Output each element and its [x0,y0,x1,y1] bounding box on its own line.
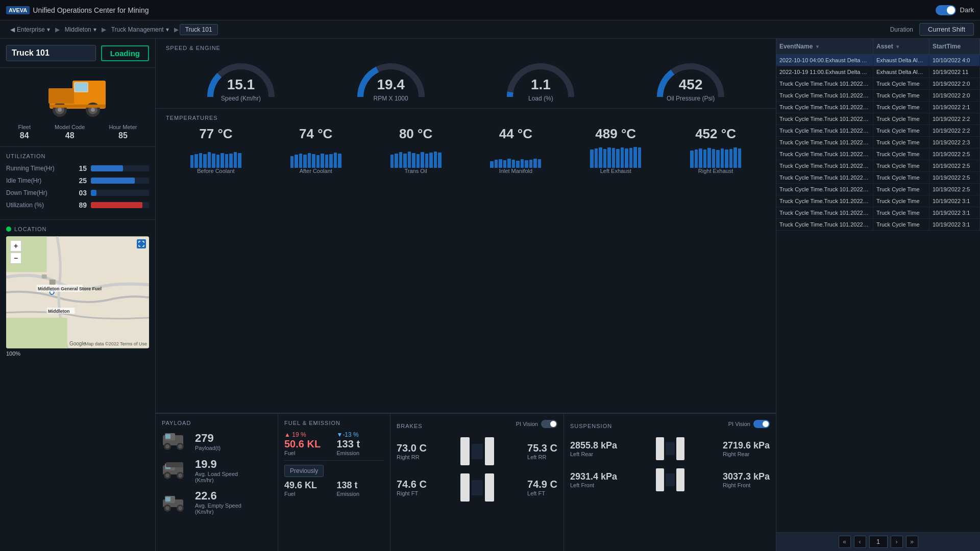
event-row[interactable]: Truck Cycle Time.Truck 101.2022-10-19 14… [776,184,980,195]
event-table-header: EventName ▼ Asset ▼ StartTime [776,39,980,55]
payload-info-2: 22.6 Avg. Empty Speed(Km/hr) [195,489,272,515]
svg-rect-14 [6,318,67,348]
oil-pressure-value: 452 [679,77,703,93]
sidebar: Truck 101 Loading [0,39,156,551]
map-data-label: Map data ©2022 Terms of Use [85,341,147,346]
event-start-cell: 10/19/2022 3:1 [929,219,980,230]
svg-rect-38 [165,497,170,502]
fuel-section: FUEL & EMISSION ▲ 19 % 50.6 KL Fuel ▼-13… [278,414,390,551]
loading-button[interactable]: Loading [101,45,149,61]
running-time-bar-bg [91,165,149,171]
header-right: Dark [936,5,974,15]
temp-before-coolant: 77 °C Before Coolant [178,126,254,174]
page-last-btn[interactable]: » [906,536,918,548]
down-time-bar [91,190,96,196]
center-content: SPEED & ENGINE 15.1 Speed (Km/hr) [156,39,776,551]
duration-label: Duration [890,26,913,33]
svg-point-42 [178,506,182,510]
event-row[interactable]: Truck Cycle Time.Truck 101.2022-10-19 14… [776,113,980,125]
breadcrumb-truck101[interactable]: Truck 101 [180,24,218,35]
event-name-cell: Truck Cycle Time.Truck 101.2022-10-19 15… [776,219,873,230]
event-name-cell: Truck Cycle Time.Truck 101.2022-10-19 15… [776,207,873,218]
event-rows: 2022-10-10 04:00.Exhaust Delta Alerts.Tr… [776,55,980,532]
page-input[interactable] [869,536,888,548]
page-first-btn[interactable]: « [839,536,851,548]
map-fullscreen-icon[interactable] [137,239,146,248]
emission-value: 133 t [337,438,384,450]
temp-bars-0 [190,145,241,168]
speed-engine-title: SPEED & ENGINE [166,45,766,51]
temp-after-coolant: 74 °C After Coolant [278,126,354,174]
event-row[interactable]: 2022-10-19 11:00.Exhaust Delta Alerts.Tr… [776,66,980,78]
temp-bars-5 [690,145,741,168]
susp-right-1: 3037.3 kPa Right Front [723,471,770,488]
aveva-logo: AVEVA Unified Operations Center for Mini… [6,6,149,14]
theme-label: Dark [960,6,974,14]
truck-info: Fleet 84 Model Code 48 Hour Meter 85 [0,124,155,147]
temp-bars-4 [590,145,641,168]
breadcrumb-middleton[interactable]: Middleton ▾ [61,26,101,33]
breadcrumb-enterprise[interactable]: ◀ Enterprise ▾ [6,26,54,33]
aveva-logo-box: AVEVA [6,6,30,14]
event-name-cell: Truck Cycle Time.Truck 101.2022-10-19 14… [776,78,873,89]
event-row[interactable]: Truck Cycle Time.Truck 101.2022-10-19 14… [776,172,980,184]
fuel-divider [284,460,384,461]
map-zoom-out[interactable]: − [10,253,21,264]
fuel-left: ▲ 19 % 50.6 KL Fuel [284,431,332,456]
fuel-bottom-row: 49.6 KL Fuel 138 t Emission [284,480,384,497]
brake-visual-0 [460,437,494,465]
event-name-cell: 2022-10-19 11:00.Exhaust Delta Alerts.Tr… [776,66,873,78]
page-next-btn[interactable]: › [891,536,903,548]
map-zoom-in[interactable]: + [10,240,21,252]
event-start-cell: 10/19/2022 2:0 [929,78,980,89]
theme-toggle-container: Dark [936,5,974,15]
temp-left-exhaust: 489 °C Left Exhaust [577,126,654,174]
page-prev-btn[interactable]: ‹ [854,536,866,548]
map-container: + − Middleton General Store Fuel Middlet… [6,236,149,348]
brakes-header: BRAKES PI Vision [397,420,557,432]
breadcrumb-arrow-left: ◀ [10,26,15,33]
brakes-toggle[interactable] [541,420,557,428]
breadcrumb-truck-management[interactable]: Truck Management ▾ [107,26,173,33]
event-row[interactable]: Truck Cycle Time.Truck 101.2022-10-19 14… [776,160,980,172]
suspension-toggle[interactable] [753,420,770,428]
current-shift-button[interactable]: Current Shift [919,23,974,36]
gauges-row: 15.1 Speed (Km/hr) 19.4 RPM X 1000 [166,56,766,102]
event-start-cell: 10/19/2022 2:3 [929,137,980,148]
event-row[interactable]: Truck Cycle Time.Truck 101.2022-10-19 15… [776,207,980,219]
event-row[interactable]: Truck Cycle Time.Truck 101.2022-10-19 14… [776,90,980,102]
event-row[interactable]: Truck Cycle Time.Truck 101.2022-10-19 15… [776,219,980,231]
event-start-cell: 10/19/2022 11 [929,66,980,78]
svg-point-35 [178,473,182,478]
event-row[interactable]: Truck Cycle Time.Truck 101.2022-10-19 14… [776,148,980,160]
suspension-header: SUSPENSION PI Vision [570,420,770,432]
susp-left-1: 2931.4 kPa Left Front [570,471,617,488]
susp-visual-0 [656,437,684,460]
breadcrumb-sep2: ▶ [102,26,106,33]
event-row[interactable]: Truck Cycle Time.Truck 101.2022-10-19 14… [776,125,980,137]
truck-selector[interactable]: Truck 101 [6,45,96,61]
event-row[interactable]: Truck Cycle Time.Truck 101.2022-10-19 14… [776,102,980,113]
map-fuel-label: Middleton General Store Fuel [38,286,102,291]
event-name-cell: Truck Cycle Time.Truck 101.2022-10-19 14… [776,137,873,148]
event-row[interactable]: Truck Cycle Time.Truck 101.2022-10-19 15… [776,195,980,207]
map-middleton-label: Middleton [48,309,70,314]
susp-right-0: 2719.6 kPa Right Rear [723,440,770,457]
event-asset-cell: Truck Cycle Time [873,207,929,218]
theme-toggle[interactable] [936,5,956,15]
event-row[interactable]: Truck Cycle Time.Truck 101.2022-10-19 14… [776,78,980,90]
brake-visual-1 [460,473,494,502]
brake-left-0: 73.0 C Right RR [397,442,427,460]
asset-filter-icon[interactable]: ▼ [895,44,900,49]
previously-button[interactable]: Previously [284,465,324,477]
truck-illustration [44,73,111,119]
header-left: AVEVA Unified Operations Center for Mini… [6,6,149,14]
event-filter-icon[interactable]: ▼ [815,44,820,49]
svg-rect-11 [50,105,106,108]
svg-rect-10 [48,88,74,104]
event-row[interactable]: Truck Cycle Time.Truck 101.2022-10-19 14… [776,137,980,148]
event-start-cell: 10/19/2022 3:1 [929,195,980,207]
map-zoom-controls: + − [10,240,21,264]
event-start-cell: 10/19/2022 3:1 [929,207,980,218]
event-row[interactable]: 2022-10-10 04:00.Exhaust Delta Alerts.Tr… [776,55,980,66]
